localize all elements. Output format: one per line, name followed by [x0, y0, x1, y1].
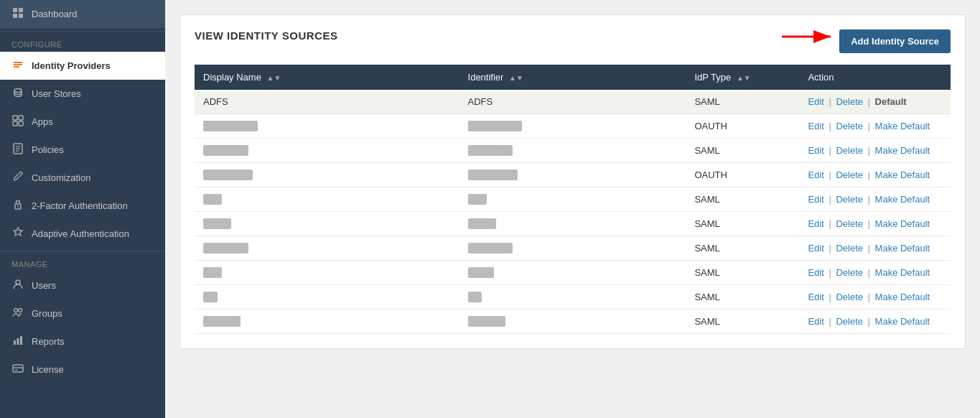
svg-rect-8	[19, 121, 23, 126]
sidebar-item-users[interactable]: Users	[0, 271, 165, 299]
sort-icon-display-name: ▲▼	[267, 74, 281, 82]
delete-link[interactable]: Delete	[836, 145, 863, 156]
cell-idp-type: SAML	[686, 236, 799, 261]
make-default-link[interactable]: Make Default	[875, 316, 930, 327]
svg-rect-3	[19, 14, 23, 18]
col-display-name[interactable]: Display Name ▲▼	[195, 65, 459, 90]
edit-link[interactable]: Edit	[808, 267, 823, 278]
svg-rect-20	[20, 336, 22, 345]
cell-display-name: xxxxxxx-xxxx	[195, 114, 459, 139]
blurred-identifier: xxxxxxx-xxxx	[468, 121, 523, 131]
make-default-link[interactable]: Make Default	[875, 243, 930, 254]
delete-link[interactable]: Delete	[836, 194, 863, 205]
cell-action: Edit | Delete | Make Default	[799, 114, 951, 139]
identity-sources-table: Display Name ▲▼ Identifier ▲▼ IdP Type ▲…	[195, 65, 951, 334]
sidebar-item-label: Dashboard	[32, 9, 78, 19]
blurred-display-name: xxxx-xxxxx	[203, 243, 248, 254]
two-factor-icon	[11, 199, 24, 213]
edit-link[interactable]: Edit	[808, 316, 823, 327]
cell-action: Edit | Delete | Make Default	[799, 187, 951, 212]
cell-idp-type: SAML	[686, 187, 799, 212]
table-row: xxxxxxxx-xSAMLEdit | Delete | Make Defau…	[195, 261, 951, 285]
identity-sources-card: VIEW IDENTITY SOURCES Ad	[179, 14, 966, 349]
table-row: xxxxxx-xxxxxxxxxx-xxxxOAUTHEdit | Delete…	[195, 163, 951, 187]
edit-link[interactable]: Edit	[808, 194, 823, 205]
blurred-identifier: xxxxxxxx	[468, 316, 505, 327]
edit-link[interactable]: Edit	[808, 243, 823, 254]
svg-point-16	[14, 309, 18, 312]
sidebar-item-adaptive-auth[interactable]: Adaptive Authentication	[0, 220, 165, 248]
sidebar-item-identity-providers[interactable]: Identity Providers	[0, 52, 165, 80]
delete-link[interactable]: Delete	[836, 316, 863, 327]
delete-link[interactable]: Delete	[836, 169, 863, 180]
license-icon	[11, 363, 24, 376]
make-default-link[interactable]: Make Default	[875, 218, 930, 229]
delete-link[interactable]: Delete	[836, 292, 863, 302]
cell-idp-type: SAML	[686, 261, 799, 285]
delete-link[interactable]: Delete	[836, 267, 863, 278]
delete-link[interactable]: Delete	[836, 218, 863, 229]
blurred-display-name: xxxxxxx-xxxx	[203, 121, 258, 131]
delete-link[interactable]: Delete	[836, 121, 863, 131]
sidebar-item-label: Apps	[32, 116, 53, 127]
cell-identifier: ADFS	[459, 90, 686, 114]
delete-link[interactable]: Delete	[836, 96, 863, 107]
page-title: VIEW IDENTITY SOURCES	[195, 29, 337, 42]
sidebar-item-groups[interactable]: Groups	[0, 299, 165, 328]
sidebar-item-dashboard[interactable]: Dashboard	[0, 0, 165, 28]
make-default-link[interactable]: Make Default	[875, 194, 930, 205]
cell-idp-type: SAML	[686, 139, 799, 163]
table-row: xxxxxxx-xxxxxxxxxxx-xxxxOAUTHEdit | Dele…	[195, 114, 951, 139]
make-default-link[interactable]: Make Default	[875, 169, 930, 180]
make-default-link[interactable]: Make Default	[875, 267, 930, 278]
sidebar-item-license[interactable]: License	[0, 356, 165, 384]
sidebar-item-two-factor[interactable]: 2-Factor Authentication	[0, 192, 165, 220]
svg-rect-6	[19, 116, 23, 120]
cell-display-name: xxx	[195, 285, 459, 310]
svg-rect-7	[13, 121, 17, 126]
make-default-link[interactable]: Make Default	[875, 292, 930, 302]
table-row: xxxxxxxxxxxxSAMLEdit | Delete | Make Def…	[195, 212, 951, 236]
sidebar-item-label: Users	[32, 280, 56, 291]
cell-identifier: xxxx-x	[459, 261, 686, 285]
sidebar: Dashboard Configure Identity Providers U…	[0, 0, 165, 418]
table-row: xxxxxxSAMLEdit | Delete | Make Default	[195, 285, 951, 310]
sidebar-item-customization[interactable]: Customization	[0, 164, 165, 192]
sidebar-item-apps[interactable]: Apps	[0, 108, 165, 136]
edit-link[interactable]: Edit	[808, 121, 823, 131]
sidebar-item-user-stores[interactable]: User Stores	[0, 80, 165, 108]
sidebar-item-label: License	[32, 364, 64, 375]
col-action: Action	[799, 65, 951, 90]
edit-link[interactable]: Edit	[808, 292, 823, 302]
customization-icon	[11, 171, 24, 185]
content-area: VIEW IDENTITY SOURCES Ad	[165, 0, 980, 418]
delete-link[interactable]: Delete	[836, 243, 863, 254]
edit-link[interactable]: Edit	[808, 145, 823, 156]
cell-identifier: xxxxxx-xxxx	[459, 163, 686, 187]
cell-display-name: xxxxxx-xxx	[195, 139, 459, 163]
sidebar-item-reports[interactable]: Reports	[0, 328, 165, 356]
edit-link[interactable]: Edit	[808, 96, 823, 107]
configure-divider	[0, 31, 165, 32]
sidebar-item-label: Groups	[32, 308, 62, 319]
card-header: VIEW IDENTITY SOURCES Ad	[195, 29, 951, 53]
sidebar-item-label: 2-Factor Authentication	[32, 200, 128, 211]
blurred-display-name: xxxxxx	[203, 218, 231, 229]
edit-link[interactable]: Edit	[808, 218, 823, 229]
cell-idp-type: SAML	[686, 310, 799, 334]
add-identity-source-button[interactable]: Add Identity Source	[839, 29, 951, 53]
cell-idp-type: SAML	[686, 90, 799, 114]
cell-action: Edit | Delete | Make Default	[799, 261, 951, 285]
make-default-link[interactable]: Make Default	[875, 145, 930, 156]
cell-display-name: ADFS	[195, 90, 459, 114]
col-idp-type[interactable]: IdP Type ▲▼	[686, 65, 799, 90]
manage-divider	[0, 251, 165, 251]
svg-rect-5	[13, 116, 17, 120]
svg-rect-21	[13, 365, 23, 372]
cell-display-name: xxxx	[195, 261, 459, 285]
col-identifier[interactable]: Identifier ▲▼	[459, 65, 686, 90]
users-icon	[11, 279, 24, 292]
sidebar-item-policies[interactable]: Policies	[0, 136, 165, 164]
edit-link[interactable]: Edit	[808, 169, 823, 180]
make-default-link[interactable]: Make Default	[875, 121, 930, 131]
